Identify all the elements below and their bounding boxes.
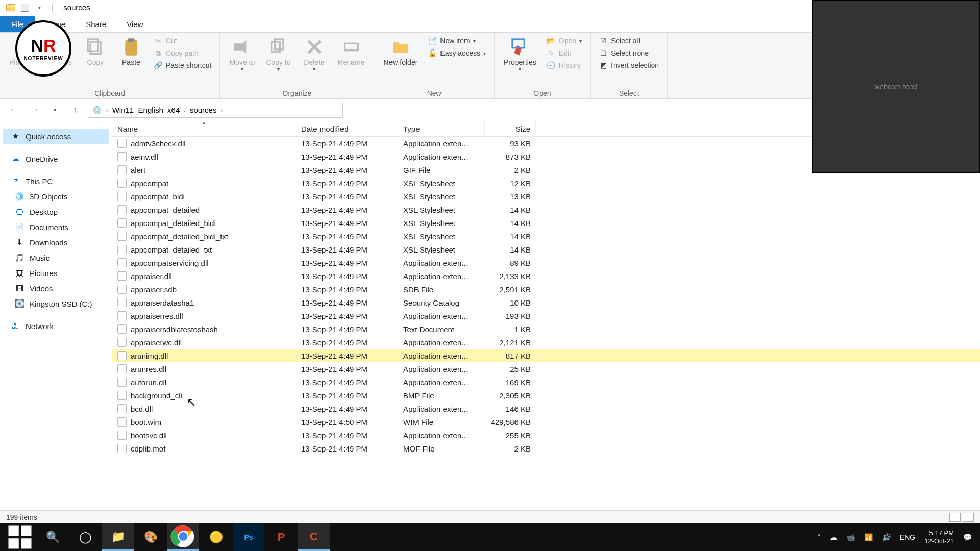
file-row[interactable]: appcompat_detailed13-Sep-21 4:49 PMXSL S… (112, 203, 980, 216)
file-row[interactable]: appcompat13-Sep-21 4:49 PMXSL Stylesheet… (112, 177, 980, 190)
cut-button[interactable]: ✂Cut (152, 36, 214, 46)
paste-button[interactable]: Paste (116, 36, 146, 67)
move-to-button[interactable]: Move to▾ (226, 36, 258, 73)
file-row[interactable]: appcompat_detailed_bidi13-Sep-21 4:49 PM… (112, 216, 980, 230)
file-row[interactable]: bcd.dll13-Sep-21 4:49 PMApplication exte… (112, 402, 980, 415)
tab-share[interactable]: Share (76, 16, 116, 32)
chevron-right-icon: › (106, 107, 108, 113)
file-explorer-task[interactable]: 📁 (102, 523, 134, 551)
file-row[interactable]: bootsvc.dll13-Sep-21 4:49 PMApplication … (112, 429, 980, 442)
file-row[interactable]: appcompat_detailed_txt13-Sep-21 4:49 PMX… (112, 243, 980, 256)
sidebar-quick-access[interactable]: ★Quick access (3, 129, 109, 144)
paste-shortcut-button[interactable]: 🔗Paste shortcut (152, 60, 214, 70)
invert-selection-button[interactable]: ◩Invert selection (597, 60, 661, 70)
column-size[interactable]: Size (485, 121, 536, 136)
svg-rect-11 (21, 538, 31, 548)
tray-wifi-icon[interactable]: 📶 (864, 533, 873, 541)
sidebar-documents[interactable]: 📄Documents (3, 219, 109, 235)
sidebar-videos[interactable]: 🎞Videos (3, 281, 109, 296)
breadcrumb-root[interactable]: Win11_English_x64 (112, 106, 180, 114)
select-none-button[interactable]: ☐Select none (597, 48, 661, 58)
file-row[interactable]: cdplib.mof13-Sep-21 4:49 PMMOF File2 KB (112, 442, 980, 455)
file-type: Application exten... (398, 404, 485, 414)
qat-dropdown[interactable]: ▾ (34, 2, 45, 13)
forward-button[interactable]: → (27, 103, 42, 118)
file-row[interactable]: arunimg.dll13-Sep-21 4:49 PMApplication … (112, 349, 980, 362)
select-all-icon: ☑ (599, 36, 608, 45)
onedrive-label: OneDrive (26, 155, 58, 163)
sidebar-onedrive[interactable]: ☁OneDrive (3, 151, 109, 166)
camtasia-task[interactable]: C (298, 523, 330, 551)
photoshop-task[interactable]: Ps (233, 523, 264, 551)
sidebar-music[interactable]: 🎵Music (3, 250, 109, 265)
action-center-icon[interactable]: 💬 (963, 533, 972, 541)
copy-path-button[interactable]: ⧉Copy path (152, 48, 214, 58)
up-button[interactable]: ↑ (67, 103, 83, 118)
sidebar-network[interactable]: 🖧Network (3, 318, 109, 334)
file-row[interactable]: appraiserwc.dll13-Sep-21 4:49 PMApplicat… (112, 336, 980, 349)
app-task-1[interactable]: 🟡 (200, 523, 232, 551)
file-row[interactable]: appraiser.dll13-Sep-21 4:49 PMApplicatio… (112, 269, 980, 283)
breadcrumb[interactable]: 💿 › Win11_English_x64 › sources › (88, 103, 343, 118)
chevron-right-icon: › (184, 107, 186, 113)
file-row[interactable]: arunres.dll13-Sep-21 4:49 PMApplication … (112, 362, 980, 375)
details-view-toggle[interactable] (949, 513, 961, 522)
powerpoint-task[interactable]: P (265, 523, 297, 551)
sidebar-3d-objects[interactable]: 🧊3D Objects (3, 189, 109, 204)
cloud-icon: ☁ (10, 154, 20, 164)
copy-to-button[interactable]: Copy to▾ (263, 36, 293, 73)
tray-meet-now-icon[interactable]: 📹 (846, 533, 855, 541)
rename-button[interactable]: Rename (335, 36, 368, 67)
file-date: 13-Sep-21 4:49 PM (296, 244, 398, 255)
copy-button[interactable]: Copy (80, 36, 111, 67)
delete-button[interactable]: Delete▾ (299, 36, 330, 73)
file-row[interactable]: appraiserres.dll13-Sep-21 4:49 PMApplica… (112, 309, 980, 322)
easy-access-button[interactable]: 🔓Easy access ▾ (426, 48, 488, 58)
file-row[interactable]: appraisersdblatestoshash13-Sep-21 4:49 P… (112, 322, 980, 336)
file-row[interactable]: background_cli13-Sep-21 4:49 PMBMP File2… (112, 389, 980, 402)
column-type[interactable]: Type (398, 121, 485, 136)
file-row[interactable]: appraiserdatasha113-Sep-21 4:49 PMSecuri… (112, 296, 980, 309)
tray-language[interactable]: ENG (900, 533, 915, 541)
properties-button[interactable]: Properties▾ (501, 36, 540, 73)
column-name[interactable]: Name▲ (112, 121, 296, 136)
file-row[interactable]: appraiser.sdb13-Sep-21 4:49 PMSDB File2,… (112, 283, 980, 296)
copy-label: Copy (87, 58, 104, 66)
search-button[interactable]: 🔍 (37, 523, 68, 551)
new-item-button[interactable]: 📄New item ▾ (426, 36, 488, 46)
tab-view[interactable]: View (116, 16, 153, 32)
file-icon (117, 258, 127, 267)
column-date[interactable]: Date modified (296, 121, 398, 136)
back-button[interactable]: ← (6, 103, 21, 118)
history-button[interactable]: 🕘History (545, 60, 584, 70)
file-row[interactable]: boot.wim13-Sep-21 4:50 PMWIM File429,586… (112, 415, 980, 429)
file-row[interactable]: appcompat_bidi13-Sep-21 4:49 PMXSL Style… (112, 190, 980, 203)
cortana-button[interactable]: ◯ (69, 523, 101, 551)
file-row[interactable]: appcompat_detailed_bidi_txt13-Sep-21 4:4… (112, 230, 980, 243)
select-all-button[interactable]: ☑Select all (597, 36, 661, 46)
file-date: 13-Sep-21 4:49 PM (296, 390, 398, 401)
edit-button[interactable]: ✎Edit (545, 48, 584, 58)
open-button[interactable]: 📂Open ▾ (545, 36, 584, 46)
paint-task[interactable]: 🎨 (135, 523, 166, 551)
sidebar-desktop[interactable]: 🖵Desktop (3, 204, 109, 219)
thumbnails-view-toggle[interactable] (963, 513, 974, 522)
sidebar-pictures[interactable]: 🖼Pictures (3, 265, 109, 281)
file-row[interactable]: appcompatservicing.dll13-Sep-21 4:49 PMA… (112, 256, 980, 269)
tray-onedrive-icon[interactable]: ☁ (830, 533, 837, 541)
file-icon (117, 378, 127, 387)
sidebar-drive-c[interactable]: 💽Kingston SSD (C:) (3, 296, 109, 311)
sidebar-downloads[interactable]: ⬇Downloads (3, 235, 109, 250)
delete-icon (304, 37, 325, 57)
file-row[interactable]: autorun.dll13-Sep-21 4:49 PMApplication … (112, 375, 980, 389)
sidebar-this-pc[interactable]: 🖥This PC (3, 173, 109, 189)
chrome-task[interactable] (167, 523, 199, 551)
new-folder-button[interactable]: New folder (380, 36, 421, 67)
start-button[interactable] (4, 523, 36, 551)
recent-dropdown[interactable]: ▾ (47, 103, 62, 118)
tray-clock[interactable]: 5:17 PM 12-Oct-21 (924, 529, 954, 545)
tray-overflow-icon[interactable]: ˄ (817, 533, 821, 541)
breadcrumb-current[interactable]: sources (190, 106, 217, 114)
tray-volume-icon[interactable]: 🔊 (882, 533, 891, 541)
network-icon: 🖧 (10, 321, 20, 331)
